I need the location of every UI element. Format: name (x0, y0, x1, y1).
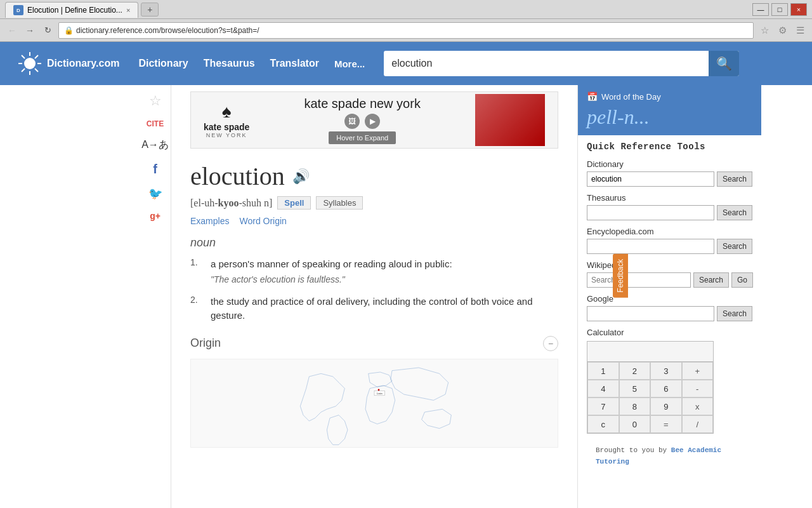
cite-button[interactable]: CITE (147, 119, 164, 128)
ad-banner: ♠ kate spade NEW YORK kate spade new yor… (190, 91, 558, 149)
spell-button[interactable]: Spell (277, 196, 311, 210)
ad-text: kate spade new york 🖼 ▶ Hover to Expand (262, 97, 462, 144)
calculator: 1 2 3 + 4 5 6 - 7 8 9 x (587, 341, 714, 434)
qr-thesaurus-search-button[interactable]: Search (717, 205, 752, 220)
word-of-day-strip: 📅 Word of the Day pell-n... (578, 85, 761, 135)
menu-icon[interactable]: ☰ (793, 23, 807, 37)
svg-text:Latin: Latin (377, 392, 383, 395)
audio-button[interactable]: 🔊 (292, 168, 310, 185)
calc-btn-divide[interactable]: / (682, 415, 714, 433)
svg-line-4 (22, 55, 25, 58)
browser-titlebar: D Elocution | Define Elocutio... × + — □… (0, 0, 812, 19)
calculator-display (587, 342, 713, 362)
examples-link[interactable]: Examples (190, 216, 229, 226)
brought-by: Brought to you by Bee Academic Tutoring (587, 440, 752, 472)
nav-translator[interactable]: Translator (270, 58, 319, 69)
gplus-share-button[interactable]: g+ (150, 211, 160, 221)
qr-google-input-row: Search (587, 306, 752, 321)
nav-dictionary[interactable]: Dictionary (138, 58, 188, 69)
qr-dictionary-search-button[interactable]: Search (717, 171, 752, 187)
nav-thesaurus[interactable]: Thesaurus (204, 58, 255, 69)
url-text: dictionary.reference.com/browse/elocutio… (76, 26, 259, 35)
svg-point-11 (378, 389, 380, 391)
site-header: Dictionary.com Dictionary Thesaurus Tran… (0, 42, 812, 85)
wod-text: Word of the Day (601, 92, 661, 102)
calc-btn-equals[interactable]: = (650, 415, 682, 433)
main-search-button[interactable]: 🔍 (709, 51, 739, 76)
calc-btn-9[interactable]: 9 (650, 398, 682, 415)
calc-btn-3[interactable]: 3 (650, 362, 682, 380)
feedback-button[interactable]: Feedback (613, 254, 628, 298)
calc-btn-multiply[interactable]: x (682, 398, 714, 415)
content-row: ☆ CITE A→あ f 🐦 g+ ♠ kate spade NEW YORK (0, 85, 812, 508)
facebook-share-button[interactable]: f (153, 162, 157, 177)
tab-close-icon[interactable]: × (126, 6, 130, 14)
word-pos: noun (190, 236, 558, 250)
tab-title: Elocution | Define Elocutio... (27, 6, 122, 15)
word-title-row: elocution 🔊 (190, 161, 558, 191)
qr-google-input[interactable] (587, 306, 714, 321)
def-content-1: a person's manner of speaking or reading… (211, 257, 452, 284)
page-outer: D Elocution | Define Elocutio... × + — □… (0, 0, 812, 508)
calculator-buttons: 1 2 3 + 4 5 6 - 7 8 9 x (587, 362, 713, 433)
extension-icon[interactable]: ⚙ (775, 23, 789, 37)
calc-btn-0[interactable]: 0 (619, 415, 651, 433)
calc-btn-2[interactable]: 2 (619, 362, 651, 380)
calc-btn-1[interactable]: 1 (587, 362, 619, 380)
qr-google-label: Google (587, 294, 752, 304)
qr-encyclopedia-label: Encyclopedia.com (587, 227, 752, 236)
definition-2: 2. the study and practice of oral delive… (190, 295, 558, 323)
calc-btn-minus[interactable]: - (682, 380, 714, 398)
address-bar[interactable]: 🔒 dictionary.reference.com/browse/elocut… (58, 22, 754, 39)
calc-btn-5[interactable]: 5 (619, 380, 651, 398)
minimize-button[interactable]: — (752, 3, 769, 16)
syllables-button[interactable]: Syllables (316, 196, 363, 210)
def-example-1: "The actor's elocution is faultless." (211, 274, 452, 284)
qr-dictionary-section: Dictionary Search (587, 159, 752, 187)
forward-button[interactable]: → (23, 23, 37, 37)
qr-wikipedia-search-button[interactable]: Search (693, 272, 729, 288)
logo[interactable]: Dictionary.com (13, 50, 119, 77)
calc-btn-clear[interactable]: c (587, 415, 619, 433)
translate-button[interactable]: A→あ (141, 138, 169, 152)
qr-dictionary-input[interactable] (587, 171, 714, 187)
ad-brand-sub: NEW YORK (206, 132, 247, 138)
qr-wikipedia-input[interactable] (587, 272, 691, 288)
word-origin-link[interactable]: Word Origin (239, 216, 286, 226)
calc-btn-4[interactable]: 4 (587, 380, 619, 398)
favorite-button[interactable]: ☆ (149, 93, 162, 109)
origin-collapse-button[interactable]: − (543, 336, 558, 351)
ad-image-icon[interactable]: 🖼 (344, 114, 360, 129)
ad-play-icon[interactable]: ▶ (365, 114, 380, 129)
close-window-button[interactable]: × (790, 3, 807, 16)
calc-btn-6[interactable]: 6 (650, 380, 682, 398)
main-content: ♠ kate spade NEW YORK kate spade new yor… (171, 85, 577, 508)
back-button[interactable]: ← (5, 23, 19, 37)
calc-btn-8[interactable]: 8 (619, 398, 651, 415)
qr-wikipedia-go-button[interactable]: Go (731, 272, 753, 288)
world-map-svg: Latin (191, 359, 558, 448)
browser-tab[interactable]: D Elocution | Define Elocutio... × (5, 2, 138, 18)
calc-btn-7[interactable]: 7 (587, 398, 619, 415)
origin-label: Origin (190, 337, 221, 350)
brought-by-text: Brought to you by (596, 446, 667, 454)
ad-fashion-image (475, 94, 545, 146)
maximize-button[interactable]: □ (771, 3, 788, 16)
qr-thesaurus-input[interactable] (587, 205, 714, 220)
new-tab-button[interactable]: + (141, 3, 159, 17)
word-pronunciation: [el-uh-kyoo-shuh n] Spell Syllables (190, 196, 558, 210)
nav-more[interactable]: More... (334, 58, 365, 69)
qr-encyclopedia-input[interactable] (587, 239, 714, 254)
qr-wikipedia-input-row: Search Go (587, 272, 752, 288)
calc-btn-plus[interactable]: + (682, 362, 714, 380)
bookmark-icon[interactable]: ☆ (757, 23, 771, 37)
main-search-input[interactable] (384, 58, 709, 69)
twitter-share-button[interactable]: 🐦 (148, 187, 162, 201)
qr-encyclopedia-search-button[interactable]: Search (717, 239, 752, 254)
svg-point-8 (24, 58, 36, 69)
refresh-button[interactable]: ↻ (41, 23, 55, 37)
qr-calculator-label: Calculator (587, 328, 752, 337)
qr-google-search-button[interactable]: Search (717, 306, 752, 321)
qr-google-section: Google Search (587, 294, 752, 321)
ad-expand-button[interactable]: Hover to Expand (329, 131, 396, 144)
